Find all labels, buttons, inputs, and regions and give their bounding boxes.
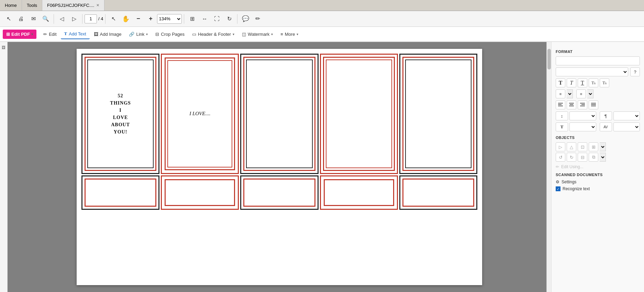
back-button[interactable]: ◁: [56, 13, 68, 25]
card-blank-2[interactable]: [320, 54, 398, 174]
obj-distribute-select[interactable]: [600, 142, 606, 151]
close-tab-icon[interactable]: ✕: [96, 3, 99, 8]
svg-rect-7: [581, 104, 585, 105]
paragraph-spacing-button[interactable]: ¶: [600, 111, 612, 120]
email-button[interactable]: ✉: [27, 13, 39, 25]
text-color-select[interactable]: [569, 122, 596, 131]
zoom-out-button[interactable]: −: [132, 13, 144, 25]
rotate-button[interactable]: ↻: [223, 13, 235, 25]
link-button[interactable]: 🔗 Link ▾: [125, 30, 151, 39]
line-spacing-button[interactable]: ↕: [556, 111, 568, 120]
edit-using-label[interactable]: Edit Using...: [561, 164, 584, 169]
vertical-scrollbar[interactable]: [546, 42, 551, 292]
card-inner-border-3: [243, 57, 315, 171]
subscript-button[interactable]: Ts: [600, 78, 609, 87]
recognize-text-row[interactable]: ✓ Recognize text: [556, 186, 640, 191]
card-r2-1[interactable]: [81, 175, 159, 210]
settings-label: Settings: [562, 180, 576, 184]
obj-rotate-left-icon[interactable]: ↺: [556, 153, 565, 162]
header-footer-button[interactable]: ▭ Header & Footer ▾: [189, 30, 238, 39]
card-r2-4[interactable]: [320, 175, 398, 210]
add-image-button[interactable]: 🖼 Add Image: [90, 30, 125, 39]
card-blank-1[interactable]: [240, 54, 318, 174]
tab-file[interactable]: F06PSJ1HCJOFKFC.... ✕: [42, 0, 104, 11]
page-number-input[interactable]: [85, 14, 97, 23]
font-size-select[interactable]: [556, 67, 628, 76]
obj-distribute-icon[interactable]: ⊞: [589, 142, 598, 151]
print-button[interactable]: 🖨: [15, 13, 27, 25]
numbered-list-button[interactable]: ≡: [576, 89, 586, 98]
card-blank-3[interactable]: [399, 54, 477, 174]
card-innermost-5: [405, 60, 471, 168]
card-title[interactable]: 52THINGSILOVEABOUTYOU!: [81, 54, 159, 174]
bold-button[interactable]: T: [556, 78, 565, 87]
card-love[interactable]: I LOVE....: [161, 54, 239, 174]
recognize-label: Recognize text: [563, 186, 590, 191]
edit-pdf-button[interactable]: ⊞ Edit PDF ▾: [3, 30, 36, 39]
tab-home[interactable]: Home: [0, 0, 22, 11]
bullet-list-button[interactable]: ≡: [556, 89, 565, 98]
align-right-button[interactable]: [578, 100, 587, 109]
edit-text-button[interactable]: ✏ Edit: [40, 30, 60, 39]
add-text-button[interactable]: T Add Text: [61, 29, 90, 39]
settings-row[interactable]: ⚙ Settings: [556, 180, 640, 184]
obj-arrange-icon[interactable]: ⧉: [589, 153, 598, 162]
format-section-title: FORMAT: [556, 50, 640, 54]
obj-arrange-select[interactable]: [600, 153, 606, 162]
full-screen-button[interactable]: ⛶: [211, 13, 223, 25]
align-center-button[interactable]: [567, 100, 576, 109]
font-family-input[interactable]: [556, 56, 640, 65]
fit-width-button[interactable]: ↔: [199, 13, 210, 25]
cursor-tool-button[interactable]: ↖: [3, 13, 14, 25]
numbered-list-select[interactable]: [587, 89, 593, 98]
font-size-help-icon[interactable]: ?: [630, 67, 640, 76]
align-justify-button[interactable]: [589, 100, 598, 109]
recognize-checkbox[interactable]: ✓: [556, 186, 560, 191]
text-color-button[interactable]: T: [556, 122, 568, 131]
font-family-row: [556, 56, 640, 65]
obj-rotate-right-icon[interactable]: ↻: [567, 153, 576, 162]
card-r2-5[interactable]: [399, 175, 477, 210]
obj-crop-icon[interactable]: ⊟: [578, 153, 587, 162]
card-r2-2[interactable]: [161, 175, 239, 210]
select-tool-button[interactable]: ↖: [108, 13, 119, 25]
obj-flip-icon[interactable]: △: [567, 142, 576, 151]
bullet-list-select[interactable]: [567, 89, 573, 98]
paragraph-spacing-select[interactable]: [613, 111, 640, 120]
zoom-in-button[interactable]: +: [145, 13, 156, 25]
forward-button[interactable]: ▷: [68, 13, 80, 25]
pdf-page: 52THINGSILOVEABOUTYOU! I LOVE....: [77, 49, 482, 285]
scroll-thumb[interactable]: [547, 49, 551, 69]
objects-row-1: ▷ △ ⊡ ⊞: [556, 142, 640, 151]
crop-icon: ⊟: [155, 32, 159, 37]
underline-button[interactable]: T: [578, 78, 587, 87]
auto-size-select[interactable]: [613, 122, 640, 131]
superscript-button[interactable]: Ts: [589, 78, 598, 87]
pdf-canvas[interactable]: 52THINGSILOVEABOUTYOU! I LOVE....: [8, 42, 551, 292]
text-style-row: T T T Ts Ts: [556, 78, 640, 87]
align-left-button[interactable]: [556, 100, 565, 109]
search-button[interactable]: 🔍: [40, 13, 52, 25]
left-panel-toggle[interactable]: 🖼: [0, 44, 7, 51]
tab-tools[interactable]: Tools: [22, 0, 42, 11]
italic-button[interactable]: T: [567, 78, 576, 87]
draw-button[interactable]: ✏: [252, 13, 264, 25]
auto-size-button[interactable]: AV: [600, 122, 612, 131]
crop-pages-button[interactable]: ⊟ Crop Pages: [152, 30, 188, 39]
edit-pencil-icon: ✏: [43, 32, 47, 37]
obj-align-right-icon[interactable]: ▷: [556, 142, 565, 151]
comment-button[interactable]: 💬: [240, 13, 251, 25]
title-bar: Home Tools F06PSJ1HCJOFKFC.... ✕: [0, 0, 644, 11]
hand-tool-button[interactable]: ✋: [120, 13, 132, 25]
more-icon: ≡: [280, 32, 283, 37]
page-navigation: / 4: [85, 14, 103, 23]
page-total: / 4: [98, 16, 103, 21]
more-button[interactable]: ≡ More ▾: [277, 30, 302, 39]
fit-page-button[interactable]: ⊞: [186, 13, 198, 25]
obj-resize-icon[interactable]: ⊡: [578, 142, 587, 151]
zoom-select[interactable]: 134% 100% 75% 50% 150% 200%: [157, 14, 182, 24]
watermark-button[interactable]: ◫ Watermark ▾: [238, 30, 276, 39]
line-spacing-select[interactable]: [569, 111, 596, 120]
svg-rect-6: [580, 103, 585, 104]
card-r2-3[interactable]: [240, 175, 318, 210]
